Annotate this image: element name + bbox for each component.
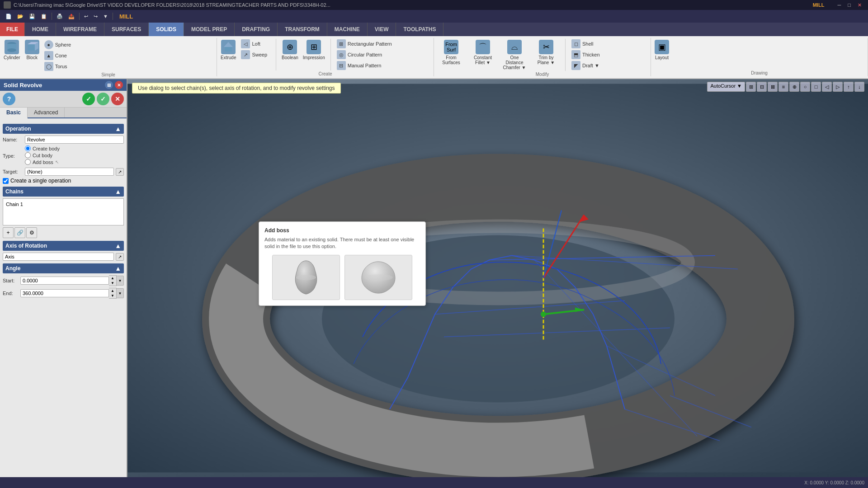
vp-tool-3[interactable]: ⊠ — [768, 82, 778, 92]
vp-tool-4[interactable]: ≡ — [778, 82, 788, 92]
titlebar-right: MILL ─ □ ✕ — [813, 2, 864, 8]
tab-basic[interactable]: Basic — [0, 108, 28, 118]
new-btn[interactable]: 📄 — [4, 13, 14, 20]
constant-fillet-tool[interactable]: ⌒ Constant Fillet ▼ — [468, 39, 497, 66]
maximize-btn[interactable]: □ — [848, 2, 851, 8]
chain-item-1[interactable]: Chain 1 — [5, 201, 122, 208]
start-angle-down[interactable]: ▼ — [109, 281, 116, 286]
draft-tool[interactable]: ◤ Draft ▼ — [570, 61, 601, 70]
sphere-tool[interactable]: ● Sphere — [43, 40, 72, 50]
tab-transform[interactable]: TRANSFORM — [278, 23, 327, 36]
dialog-close-button[interactable]: ✕ — [115, 81, 123, 89]
save-as-btn[interactable]: 📋 — [39, 13, 49, 20]
create-single-checkbox[interactable] — [3, 178, 9, 184]
one-distance-tool[interactable]: ⌓ One Distance Chamfer ▼ — [500, 39, 529, 71]
cancel-button[interactable]: ✕ — [111, 93, 124, 105]
angle-toggle[interactable]: ▲ — [115, 265, 121, 272]
link-chain-button[interactable]: 🔗 — [14, 227, 25, 238]
start-angle-input[interactable] — [20, 277, 109, 285]
cut-body-radio[interactable] — [25, 152, 31, 158]
target-pick-button[interactable]: ↗ — [116, 168, 124, 176]
vp-tool-7[interactable]: □ — [811, 82, 821, 92]
create-body-radio[interactable] — [25, 145, 31, 151]
add-boss-radio[interactable] — [25, 159, 31, 165]
vp-tool-11[interactable]: ↓ — [854, 82, 864, 92]
end-angle-dropdown[interactable]: ▼ — [117, 288, 124, 298]
block-tool[interactable]: Block — [24, 39, 40, 61]
sweep-tool[interactable]: ↗ Sweep — [240, 50, 269, 60]
viewport-3d — [127, 79, 868, 477]
name-input[interactable] — [25, 136, 124, 144]
end-angle-input[interactable] — [20, 289, 109, 297]
boolean-tool[interactable]: ⊕ Boolean — [281, 39, 299, 61]
vp-tool-2[interactable]: ⊟ — [757, 82, 767, 92]
axis-input[interactable] — [3, 253, 114, 261]
tab-view[interactable]: VIEW — [368, 23, 396, 36]
shell-icon: ◻ — [571, 39, 580, 48]
tab-machine[interactable]: MACHINE — [327, 23, 368, 36]
tab-wireframe[interactable]: WIREFRAME — [56, 23, 104, 36]
tab-surfaces[interactable]: SURFACES — [104, 23, 149, 36]
circular-pattern-tool[interactable]: ◎ Circular Pattern — [335, 50, 393, 60]
chains-toggle[interactable]: ▲ — [115, 188, 121, 195]
start-angle-dropdown[interactable]: ▼ — [117, 276, 124, 286]
axis-toggle[interactable]: ▲ — [115, 242, 121, 249]
close-btn[interactable]: ✕ — [858, 2, 862, 8]
shell-tool[interactable]: ◻ Shell — [570, 39, 601, 49]
cone-tool[interactable]: ▲ Cone — [43, 51, 72, 61]
vp-tool-1[interactable]: ⊞ — [746, 82, 756, 92]
from-surfaces-label: From Surfaces — [438, 55, 465, 65]
tab-drafting[interactable]: DRAFTING — [235, 23, 278, 36]
open-btn[interactable]: 📂 — [15, 13, 25, 20]
redo-btn[interactable]: ↪ — [92, 13, 99, 20]
tab-solids[interactable]: SOLIDS — [149, 23, 184, 36]
svg-rect-3 — [28, 44, 35, 51]
thicken-tool[interactable]: ⬒ Thicken — [570, 50, 601, 60]
axis-pick-button[interactable]: ↗ — [116, 253, 124, 261]
vp-tool-8[interactable]: ◁ — [822, 82, 832, 92]
minimize-btn[interactable]: ─ — [837, 2, 841, 8]
undo-dropdown[interactable]: ▼ — [101, 13, 110, 20]
add-chain-button[interactable]: + — [3, 227, 14, 238]
end-angle-input-wrap: ▲ ▼ ▼ — [20, 288, 124, 299]
viewport[interactable]: Use dialog to select chain(s), select ax… — [127, 79, 868, 477]
tab-advanced[interactable]: Advanced — [28, 108, 65, 117]
vp-tool-6[interactable]: ○ — [800, 82, 810, 92]
from-surfaces-tool[interactable]: FromSurf From Surfaces — [437, 39, 466, 66]
cylinder-tool[interactable]: Cylinder — [3, 39, 21, 61]
operation-toggle[interactable]: ▲ — [115, 125, 121, 132]
chain-settings-button[interactable]: ⚙ — [26, 227, 37, 238]
help-button[interactable]: ? — [3, 93, 15, 105]
trim-by-plane-tool[interactable]: ✂ Trim by Plane ▼ — [532, 39, 561, 66]
start-angle-up[interactable]: ▲ — [109, 276, 116, 281]
tab-toolpaths[interactable]: TOOLPATHS — [396, 23, 443, 36]
dialog-pin-button[interactable]: ⊞ — [105, 81, 113, 89]
layout-tool[interactable]: ▣ Layout — [654, 39, 670, 61]
export-btn[interactable]: 📤 — [66, 13, 76, 20]
vp-tool-9[interactable]: ▷ — [833, 82, 843, 92]
drawing-group-label: Drawing — [654, 70, 865, 75]
vp-tool-10[interactable]: ↑ — [844, 82, 854, 92]
tab-modelprep[interactable]: MODEL PREP — [184, 23, 235, 36]
manual-pattern-tool[interactable]: ⊟ Manual Pattern — [335, 61, 393, 70]
loft-tool[interactable]: ◁ Loft — [240, 39, 269, 49]
ok-accept-button[interactable]: ✓ — [82, 93, 95, 105]
end-angle-up[interactable]: ▲ — [109, 288, 116, 293]
impression-tool[interactable]: ⊞ Impression — [302, 39, 326, 61]
torus-tool[interactable]: ◯ Torus — [43, 61, 72, 71]
rectangular-pattern-tool[interactable]: ⊞ Rectangular Pattern — [335, 39, 393, 49]
vp-tool-5[interactable]: ⊕ — [789, 82, 799, 92]
tooltip-description: Adds material to an existing solid. Ther… — [264, 236, 420, 250]
end-angle-down[interactable]: ▼ — [109, 293, 116, 298]
thicken-label: Thicken — [582, 52, 600, 57]
tab-file[interactable]: FILE — [0, 23, 25, 36]
ok-apply-button[interactable]: ✓ — [97, 93, 109, 105]
undo-btn[interactable]: ↩ — [82, 13, 90, 20]
print-btn[interactable]: 🖨️ — [55, 13, 65, 20]
add-boss-label: Add boss — [33, 160, 53, 165]
autocursor-input[interactable]: AutoCursor ▼ — [707, 82, 745, 92]
extrude-tool[interactable]: Extrude — [220, 39, 237, 61]
target-input[interactable] — [25, 168, 114, 176]
tab-home[interactable]: HOME — [25, 23, 56, 36]
save-btn[interactable]: 💾 — [27, 13, 37, 20]
